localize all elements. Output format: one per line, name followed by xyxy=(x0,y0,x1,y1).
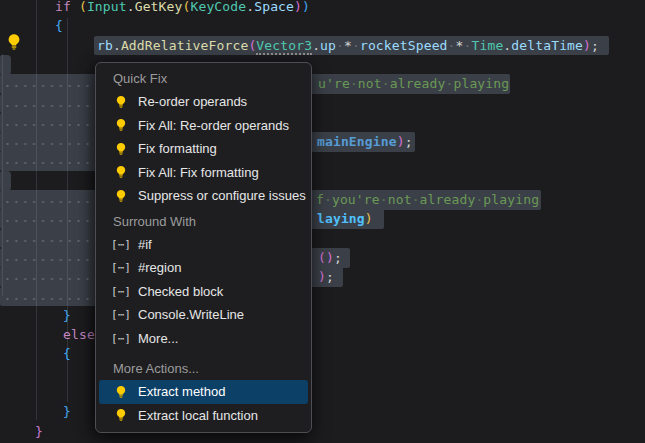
code-token: } xyxy=(63,308,71,323)
menu-item-region[interactable]: [⋯]#region xyxy=(99,256,308,280)
code-token: · xyxy=(380,192,388,207)
lightbulb-icon xyxy=(111,165,131,179)
code-token xyxy=(71,0,79,14)
code-token: * xyxy=(456,38,464,53)
code-token: ) xyxy=(365,211,373,226)
code-token: ) xyxy=(583,38,591,53)
code-token: f xyxy=(316,192,324,207)
code-token: mainEngine xyxy=(317,134,397,149)
menu-section: Surround With[⋯]#if[⋯]#region[⋯]Checked … xyxy=(96,211,311,351)
menu-item-extract-method[interactable]: Extract method xyxy=(99,380,308,404)
code-token: deltaTime xyxy=(511,38,583,53)
code-token: ) xyxy=(326,250,334,265)
code-token: . xyxy=(312,38,320,53)
whitespace-dots xyxy=(1,160,94,164)
code-line[interactable]: laying) xyxy=(317,209,373,228)
code-line[interactable]: { xyxy=(63,344,71,363)
code-token: ) xyxy=(318,269,326,284)
code-line[interactable]: mainEngine); xyxy=(317,132,413,151)
menu-item-console-writeline[interactable]: [⋯]Console.WriteLine xyxy=(99,303,308,327)
code-token: · xyxy=(382,76,390,91)
whitespace-dots xyxy=(1,296,94,300)
code-token: not xyxy=(358,76,382,91)
whitespace-dots xyxy=(1,238,94,242)
code-line[interactable]: else xyxy=(63,325,95,344)
code-token: else xyxy=(63,327,95,342)
whitespace-dots xyxy=(1,218,94,222)
code-token: Input xyxy=(87,0,127,14)
menu-item-label: Fix All: Re-order operands xyxy=(138,118,289,133)
lightbulb-icon xyxy=(111,385,131,399)
menu-item-if[interactable]: [⋯]#if xyxy=(99,233,308,257)
menu-item-fix-formatting[interactable]: Fix formatting xyxy=(99,137,308,161)
whitespace-dots xyxy=(1,103,94,107)
menu-item-more[interactable]: [⋯]More... xyxy=(99,327,308,351)
code-token: rb xyxy=(97,38,113,53)
code-token: rocketSpeed xyxy=(360,38,448,53)
quick-fix-menu: Quick FixRe-order operandsFix All: Re-or… xyxy=(95,62,312,433)
code-line[interactable]: if (Input.GetKey(KeyCode.Space)) xyxy=(55,0,310,16)
code-token: · xyxy=(336,38,344,53)
menu-item-label: Fix formatting xyxy=(138,141,217,156)
code-token: } xyxy=(63,404,71,419)
code-token: { xyxy=(55,18,63,33)
menu-item-label: Checked block xyxy=(138,284,223,299)
code-token: · xyxy=(350,76,358,91)
code-token: already xyxy=(390,76,446,91)
menu-item-checked-block[interactable]: [⋯]Checked block xyxy=(99,280,308,304)
menu-item-fix-all-fix-formatting[interactable]: Fix All: Fix formatting xyxy=(99,161,308,185)
code-token: · xyxy=(324,192,332,207)
code-line[interactable]: u're·not·already·playing xyxy=(318,74,509,93)
code-line[interactable]: } xyxy=(63,402,71,421)
code-token: . xyxy=(127,0,135,14)
code-token: ; xyxy=(405,134,413,149)
code-token: Time xyxy=(471,38,503,53)
menu-item-extract-local-function[interactable]: Extract local function xyxy=(99,404,308,428)
code-line[interactable]: { xyxy=(55,16,63,35)
menu-item-label: Console.WriteLine xyxy=(138,307,244,322)
menu-item-label: Suppress or configure issues xyxy=(138,188,306,203)
menu-section-header: Surround With xyxy=(96,211,311,233)
code-token: ( xyxy=(79,0,87,14)
code-token: ; xyxy=(334,250,342,265)
menu-item-suppress-or-configure-issues[interactable]: Suppress or configure issues xyxy=(99,184,308,208)
surround-with-icon: [⋯] xyxy=(111,238,131,251)
code-token: already xyxy=(420,192,476,207)
code-token: Space xyxy=(254,0,294,14)
lightbulb-icon xyxy=(111,118,131,132)
code-token: ) xyxy=(302,0,310,14)
code-token: } xyxy=(35,424,43,439)
indent-guide xyxy=(2,54,3,296)
code-token: Vector3 xyxy=(256,38,312,55)
whitespace-dots xyxy=(1,83,94,87)
lightbulb-icon xyxy=(111,142,131,156)
code-token: { xyxy=(63,346,71,361)
code-line[interactable]: } xyxy=(63,306,71,325)
code-token: * xyxy=(344,38,352,53)
lightbulb-icon[interactable] xyxy=(5,33,23,51)
code-line[interactable]: ); xyxy=(318,267,334,286)
whitespace-dots xyxy=(1,257,94,261)
menu-item-label: Re-order operands xyxy=(138,94,247,109)
code-line[interactable]: (); xyxy=(318,248,342,267)
code-token: KeyCode xyxy=(190,0,246,14)
code-editor: if (Input.GetKey(KeyCode.Space)){rb.AddR… xyxy=(0,0,645,443)
surround-with-icon: [⋯] xyxy=(111,285,131,298)
code-token: playing xyxy=(483,192,539,207)
menu-item-label: #if xyxy=(138,237,152,252)
surround-with-icon: [⋯] xyxy=(111,332,131,345)
code-token: ) xyxy=(294,0,302,14)
code-token: ; xyxy=(591,38,599,53)
menu-item-fix-all-re-order-operands[interactable]: Fix All: Re-order operands xyxy=(99,114,308,138)
code-token: laying xyxy=(317,211,365,226)
lightbulb-icon xyxy=(111,189,131,203)
code-line[interactable]: } xyxy=(35,422,43,441)
surround-with-icon: [⋯] xyxy=(111,261,131,274)
menu-item-label: Extract local function xyxy=(138,408,258,423)
code-line[interactable]: rb.AddRelativeForce(Vector3.up·*·rocketS… xyxy=(97,36,599,55)
menu-item-re-order-operands[interactable]: Re-order operands xyxy=(99,90,308,114)
code-token: ) xyxy=(397,134,405,149)
whitespace-dots xyxy=(1,276,94,280)
whitespace-dots xyxy=(1,122,94,126)
code-line[interactable]: f·you're·not·already·playing xyxy=(316,190,539,209)
